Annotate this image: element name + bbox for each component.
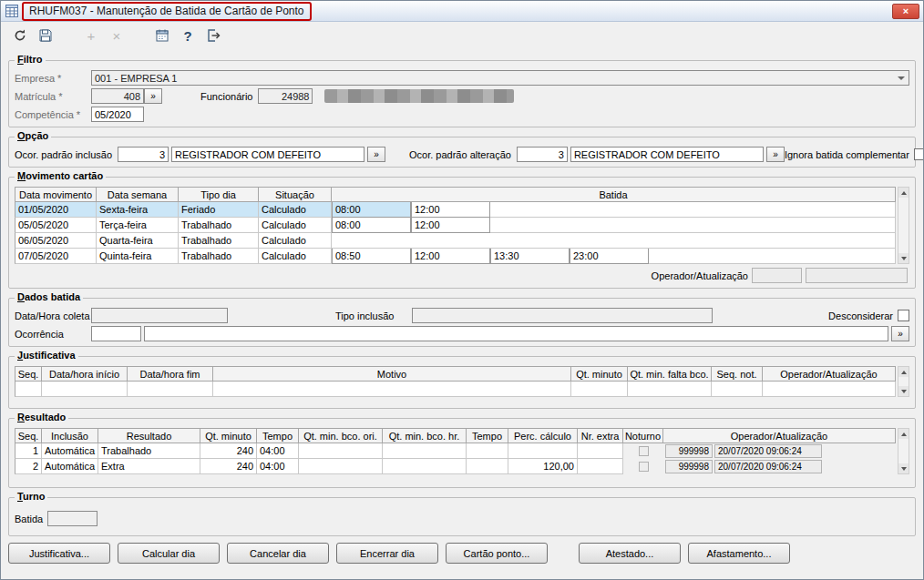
justificativa-row[interactable] [15,382,896,397]
ocor-inclusao-lookup-button[interactable]: » [367,147,385,162]
batida-empty-area [332,233,896,249]
scroll-down-icon[interactable] [898,463,909,473]
movimento-row[interactable]: 05/05/2020 Terça-feira Trabalhado Calcul… [15,218,896,233]
afastamento-button[interactable]: Afastamento... [688,543,790,564]
ocor-inclusao-desc-input[interactable]: REGISTRADOR COM DEFEITO [171,147,364,162]
delete-record-icon[interactable]: × [108,27,125,44]
cell-batida-3[interactable]: 13:30 [490,249,570,264]
cell-data-movimento: 01/05/2020 [15,202,97,218]
cell-seq-not [712,382,763,397]
movimento-table: Data movimento Data semana Tipo dia Situ… [15,187,896,264]
empresa-combobox: 001 - EMPRESA 1 [91,70,909,86]
scroll-up-icon[interactable] [898,188,909,198]
turno-legend: Turno [15,491,47,502]
ocor-inclusao-code-input[interactable]: 3 [118,147,169,162]
cell-tipo-dia: Trabalhado [179,249,259,264]
cell-qt-min-bco-ori [299,443,383,459]
dados-batida-legend: Dados batida [15,291,83,302]
ocor-alteracao-lookup-button[interactable]: » [766,147,785,162]
ocorrencia-label: Ocorrência [15,329,91,340]
ocor-alteracao-desc-input[interactable]: REGISTRADOR COM DEFEITO [570,147,764,162]
ignora-batida-checkbox[interactable] [914,148,924,160]
resultado-row[interactable]: 2 Automática Extra 240 04:00 120,00 9999… [15,459,896,474]
add-record-icon[interactable]: + [83,27,99,44]
ocorrencia-row: Ocorrência » [15,326,909,341]
cell-data-movimento: 05/05/2020 [15,218,97,233]
ocorrencia-lookup-button[interactable]: » [891,326,909,341]
movimento-row[interactable]: 01/05/2020 Sexta-feira Feriado Calculado… [15,202,896,218]
desconsiderar-label: Desconsiderar [828,310,893,321]
opcao-group: Opção Ocor. padrão inclusão 3 REGISTRADO… [8,137,916,168]
cell-batida-1[interactable]: 08:50 [332,249,411,264]
column-header-seq: Seq. [15,366,42,382]
cell-nr-extra [578,459,623,474]
cartao-ponto-button[interactable]: Cartão ponto... [446,543,548,564]
cell-situacao: Calculado [259,202,332,218]
titlebar: RHUFM037 - Manutenção de Batida de Cartã… [1,1,923,22]
exit-icon[interactable] [205,27,221,44]
scroll-down-icon[interactable] [898,386,909,396]
cell-qt-minuto: 240 [200,443,257,459]
column-header-batida: Batida [332,187,896,202]
operador-label: Operador/Atualização [652,270,748,281]
cell-data-movimento: 07/05/2020 [15,249,97,264]
column-header-data-semana: Data semana [97,187,179,202]
cell-batida-1[interactable]: 08:00 [332,202,411,218]
matricula-lookup-button[interactable]: » [144,88,162,104]
calendar-icon[interactable] [154,27,170,44]
cell-motivo [213,382,571,397]
help-icon[interactable]: ? [180,27,196,44]
empresa-row: Empresa * 001 - EMPRESA 1 [15,70,909,86]
batida-label: Batida [15,514,47,524]
ocor-alteracao-code-input[interactable]: 3 [517,147,568,162]
ocorrencia-code-input[interactable] [91,326,141,341]
column-header-tempo-2: Tempo [467,428,508,443]
cell-seq: 2 [15,459,42,474]
movimento-row[interactable]: 07/05/2020 Quinta-feira Trabalhado Calcu… [15,249,896,264]
cell-seq [15,382,42,397]
matricula-input[interactable]: 408 [91,88,144,104]
scroll-up-icon[interactable] [898,429,909,439]
calcular-dia-button[interactable]: Calcular dia [118,543,220,564]
cell-batida-2[interactable]: 12:00 [411,218,490,233]
noturno-checkbox [639,462,649,472]
cell-batida-2[interactable]: 12:00 [411,249,490,264]
atestado-button[interactable]: Atestado... [579,543,681,564]
encerrar-dia-button[interactable]: Encerrar dia [336,543,438,564]
movimento-row[interactable]: 06/05/2020 Quarta-feira Trabalhado Calcu… [15,233,896,249]
cell-batida-2[interactable]: 12:00 [411,202,490,218]
cell-qt-min-falta-bco [628,382,712,397]
cell-perc-calculo: 120,00 [508,459,578,474]
column-header-tipo-dia: Tipo dia [179,187,259,202]
batida-empty-area [649,249,896,264]
justificativa-button[interactable]: Justificativa... [8,543,110,564]
cancelar-dia-button[interactable]: Cancelar dia [227,543,329,564]
desconsiderar-checkbox[interactable] [898,310,909,321]
column-header-qt-min-bco-hr: Qt. min. bco. hr. [383,428,467,443]
column-header-operador: Operador/Atualização [663,428,896,443]
scroll-up-icon[interactable] [898,367,909,377]
batida-empty-area [490,218,896,233]
justificativa-scrollbar[interactable] [898,366,909,397]
cell-data-hora-inicio [42,382,128,397]
dados-batida-group: Dados batida Data/Hora coleta Tipo inclu… [8,298,916,347]
scroll-down-icon[interactable] [898,253,909,263]
competencia-input[interactable]: 05/2020 [91,107,144,122]
resultado-header-row: Seq. Inclusão Resultado Qt. minuto Tempo… [15,428,896,443]
empresa-label: Empresa * [15,73,91,84]
cell-batida-1[interactable]: 08:00 [332,218,411,233]
resultado-row[interactable]: 1 Automática Trabalhado 240 04:00 999998… [15,443,896,459]
refresh-icon[interactable] [12,27,28,44]
cell-noturno [623,443,663,459]
column-header-qt-min-bco-ori: Qt. min. bco. ori. [299,428,383,443]
cell-batida-4[interactable]: 23:00 [570,249,649,264]
resultado-scrollbar[interactable] [898,428,909,474]
save-icon[interactable] [37,27,54,44]
close-button[interactable]: × [892,4,919,19]
movimento-scrollbar[interactable] [898,187,909,264]
ocorrencia-desc-input[interactable] [144,326,888,341]
cell-noturno [623,459,663,474]
tipo-inclusao-label: Tipo inclusão [335,310,394,321]
turno-row: Batida [15,511,909,526]
movimento-legend: Movimento cartão [15,170,106,181]
